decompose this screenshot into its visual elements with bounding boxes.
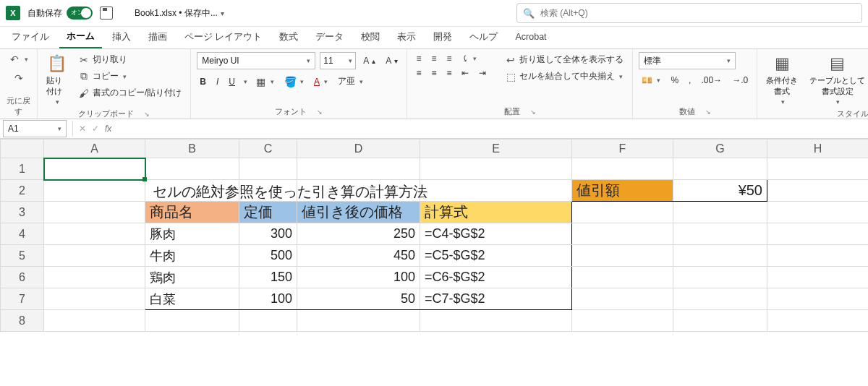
cell[interactable] [767, 223, 869, 245]
align-left-button[interactable]: ≡ [413, 67, 424, 80]
autosave-toggle[interactable]: 自動保存 オン [27, 7, 93, 20]
cell[interactable]: =C6-$G$2 [420, 267, 572, 288]
cell[interactable] [297, 158, 420, 180]
fx-icon[interactable]: fx [102, 124, 114, 134]
cancel-formula-button[interactable]: ✕ [76, 124, 89, 134]
cell[interactable]: 100 [297, 267, 420, 288]
tab-help[interactable]: ヘルプ [462, 28, 505, 48]
cell[interactable] [297, 180, 420, 202]
increase-decimal-button[interactable]: .00→ [698, 74, 725, 87]
dialog-launcher-icon[interactable]: ↘ [530, 108, 536, 116]
cell[interactable] [239, 310, 297, 332]
copy-button[interactable]: ⧉コピー▾ [75, 69, 184, 84]
row-header[interactable]: 4 [1, 223, 44, 245]
italic-button[interactable]: I [213, 75, 221, 88]
tab-insert[interactable]: 挿入 [105, 28, 138, 48]
underline-button[interactable]: U [226, 75, 238, 88]
fill-color-button[interactable]: 🪣▾ [281, 74, 307, 89]
col-header[interactable]: E [420, 140, 572, 158]
cell[interactable] [767, 180, 869, 202]
align-middle-button[interactable]: ≡ [428, 52, 439, 65]
font-name-select[interactable]: Meiryo UI▾ [197, 52, 315, 69]
cell[interactable] [767, 288, 869, 310]
cell[interactable]: 商品名 [145, 202, 239, 223]
dialog-launcher-icon[interactable]: ↘ [144, 111, 150, 118]
col-header[interactable]: B [145, 140, 239, 158]
cell[interactable] [420, 310, 572, 332]
cell[interactable] [44, 223, 145, 245]
cell[interactable] [673, 267, 767, 288]
cell[interactable]: ¥50 [673, 180, 767, 202]
cell[interactable] [239, 180, 297, 202]
tab-view[interactable]: 表示 [390, 28, 423, 48]
cell[interactable]: 450 [297, 245, 420, 267]
enter-formula-button[interactable]: ✓ [89, 124, 102, 134]
search-input[interactable] [539, 7, 856, 19]
row-header[interactable]: 5 [1, 245, 44, 267]
comma-format-button[interactable]: , [686, 74, 694, 87]
cell[interactable] [767, 310, 869, 332]
cell[interactable] [673, 245, 767, 267]
worksheet[interactable]: A B C D E F G H 1 2 セルの絶対参照を使った引き算の計算方法 … [0, 139, 868, 332]
cell[interactable] [572, 158, 673, 180]
tab-formulas[interactable]: 数式 [272, 28, 305, 48]
cell[interactable] [44, 288, 145, 310]
phonetic-button[interactable]: ア亜▾ [335, 74, 366, 89]
cell[interactable] [572, 288, 673, 310]
cell[interactable]: 50 [297, 288, 420, 310]
col-header[interactable]: G [673, 140, 767, 158]
borders-button[interactable]: ▦▾ [252, 74, 277, 89]
row-header[interactable]: 3 [1, 202, 44, 223]
align-center-button[interactable]: ≡ [428, 67, 439, 80]
cell[interactable] [572, 310, 673, 332]
accounting-format-button[interactable]: 💴▾ [639, 74, 663, 87]
cell[interactable] [239, 158, 297, 180]
orientation-button[interactable]: ⤹▾ [459, 52, 480, 65]
number-format-select[interactable]: 標準▾ [639, 52, 736, 69]
row-header[interactable]: 8 [1, 310, 44, 332]
cell[interactable]: 100 [239, 288, 297, 310]
cut-button[interactable]: ✂切り取り [75, 52, 184, 67]
cell[interactable] [572, 223, 673, 245]
col-header[interactable]: F [572, 140, 673, 158]
cell[interactable]: 値引額 [572, 180, 673, 202]
cell[interactable]: 計算式 [420, 202, 572, 223]
cell[interactable]: =C7-$G$2 [420, 288, 572, 310]
tab-data[interactable]: データ [308, 28, 351, 48]
decrease-font-button[interactable]: A▾ [383, 54, 401, 67]
col-header[interactable]: A [44, 140, 145, 158]
tab-draw[interactable]: 描画 [141, 28, 174, 48]
cell[interactable] [673, 223, 767, 245]
cell[interactable] [673, 202, 767, 223]
align-top-button[interactable]: ≡ [413, 52, 424, 65]
cell[interactable] [420, 180, 572, 202]
cell[interactable] [767, 158, 869, 180]
paste-button[interactable]: 📋 貼り付け ▾ [43, 52, 69, 107]
cell[interactable]: 鶏肉 [145, 267, 239, 288]
cell[interactable]: 300 [239, 223, 297, 245]
col-header[interactable]: H [767, 140, 869, 158]
cell[interactable]: 500 [239, 245, 297, 267]
row-header[interactable]: 6 [1, 267, 44, 288]
toggle-on-icon[interactable]: オン [67, 7, 93, 20]
cell[interactable] [767, 245, 869, 267]
save-icon[interactable] [100, 7, 113, 20]
document-title[interactable]: Book1.xlsx • 保存中... ▾ [135, 7, 224, 20]
cell[interactable]: 定価 [239, 202, 297, 223]
tab-developer[interactable]: 開発 [426, 28, 459, 48]
dec-indent-button[interactable]: ⇤ [459, 67, 472, 80]
cell[interactable] [44, 245, 145, 267]
cell[interactable] [767, 202, 869, 223]
cell[interactable] [572, 267, 673, 288]
tab-file[interactable]: ファイル [4, 28, 56, 48]
cell[interactable] [145, 158, 239, 180]
cell[interactable]: 白菜 [145, 288, 239, 310]
search-box[interactable]: 🔍 [516, 3, 862, 23]
redo-button[interactable]: ↷ [10, 71, 27, 85]
select-all-corner[interactable] [1, 140, 44, 158]
cell[interactable]: 牛肉 [145, 245, 239, 267]
format-painter-button[interactable]: 🖌書式のコピー/貼り付け [75, 85, 184, 100]
cell[interactable] [572, 202, 673, 223]
cell[interactable] [44, 202, 145, 223]
conditional-formatting-button[interactable]: ▦ 条件付き 書式▾ [763, 52, 801, 107]
